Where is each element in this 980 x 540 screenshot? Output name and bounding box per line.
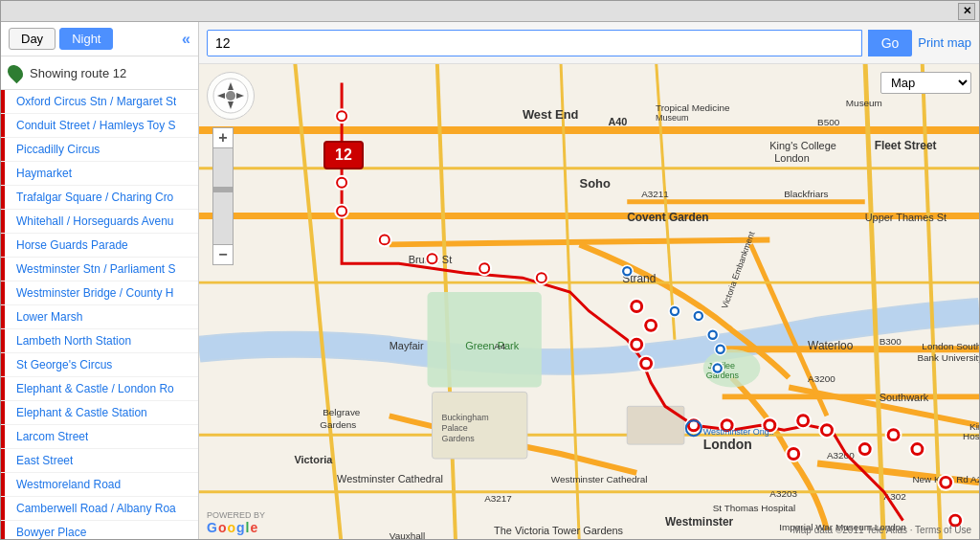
stop-bar bbox=[1, 425, 5, 448]
svg-text:Gardens: Gardens bbox=[441, 434, 475, 443]
stop-bar bbox=[1, 138, 5, 161]
stop-item[interactable]: Conduit Street / Hamleys Toy S bbox=[1, 114, 198, 138]
svg-text:Fleet Street: Fleet Street bbox=[875, 139, 937, 152]
stop-item[interactable]: Piccadilly Circus bbox=[1, 138, 198, 162]
svg-point-144 bbox=[226, 91, 235, 101]
stop-item[interactable]: Elephant & Castle Station bbox=[1, 401, 198, 425]
zoom-out-button[interactable]: − bbox=[212, 244, 234, 265]
svg-text:Westminster Cathedral: Westminster Cathedral bbox=[551, 474, 648, 484]
stop-item[interactable]: East Street bbox=[1, 449, 198, 473]
stop-name: Whitehall / Horseguards Avenu bbox=[9, 214, 174, 228]
svg-point-127 bbox=[696, 313, 702, 319]
stop-bar bbox=[1, 114, 5, 137]
stop-item[interactable]: Whitehall / Horseguards Avenu bbox=[1, 210, 198, 234]
app-container: ✕ Day Night « Showing route 12 Oxford Ci… bbox=[0, 0, 980, 540]
stop-name: Oxford Circus Stn / Margaret St bbox=[9, 95, 176, 108]
svg-text:Museum: Museum bbox=[846, 98, 882, 108]
stop-bar bbox=[1, 497, 5, 520]
svg-point-99 bbox=[642, 360, 650, 368]
svg-text:Green Park: Green Park bbox=[465, 340, 519, 351]
stop-name: Elephant & Castle / London Ro bbox=[9, 382, 174, 395]
stop-item[interactable]: Camberwell Road / Albany Roa bbox=[1, 497, 198, 521]
stop-name: Trafalgar Square / Charing Cro bbox=[9, 191, 173, 204]
google-logo: POWERED BY Google bbox=[207, 509, 265, 535]
svg-point-85 bbox=[381, 236, 389, 243]
svg-point-117 bbox=[913, 445, 921, 453]
map-svg: Green Park Jubilee Gardens Buckingham Pa… bbox=[199, 64, 979, 539]
stop-item[interactable]: Westminster Bridge / County H bbox=[1, 281, 198, 305]
stops-list[interactable]: Oxford Circus Stn / Margaret StConduit S… bbox=[1, 90, 198, 539]
stop-item[interactable]: Elephant & Castle / London Ro bbox=[1, 377, 198, 401]
stop-name: Conduit Street / Hamleys Toy S bbox=[9, 119, 176, 132]
collapse-button[interactable]: « bbox=[182, 31, 190, 48]
map-background: Green Park Jubilee Gardens Buckingham Pa… bbox=[199, 64, 979, 539]
stop-item[interactable]: Horse Guards Parade bbox=[1, 234, 198, 258]
svg-text:A4: A4 bbox=[494, 341, 506, 351]
svg-point-77 bbox=[338, 112, 345, 120]
stop-item[interactable]: St George's Circus bbox=[1, 353, 198, 377]
svg-point-119 bbox=[942, 479, 949, 486]
stop-bar bbox=[1, 401, 5, 424]
svg-text:West End: West End bbox=[523, 107, 579, 122]
svg-point-101 bbox=[690, 421, 698, 429]
stop-name: Elephant & Castle Station bbox=[9, 406, 147, 419]
main-area: Day Night « Showing route 12 Oxford Circ… bbox=[1, 22, 979, 539]
svg-text:Victoria: Victoria bbox=[294, 454, 333, 465]
svg-text:Westminster: Westminster bbox=[665, 515, 734, 529]
svg-text:A3200: A3200 bbox=[808, 373, 835, 384]
stop-bar bbox=[1, 305, 5, 328]
stop-bar bbox=[1, 473, 5, 496]
stop-name: Westminster Stn / Parliament S bbox=[9, 262, 176, 276]
svg-point-113 bbox=[861, 445, 869, 453]
stop-item[interactable]: Westminster Stn / Parliament S bbox=[1, 258, 198, 281]
stop-bar bbox=[1, 162, 5, 185]
svg-point-81 bbox=[338, 179, 345, 187]
zoom-slider[interactable] bbox=[212, 148, 234, 244]
stop-name: Horse Guards Parade bbox=[9, 238, 128, 252]
map-footer: Map data ©2011 Tele Atlas · Terms of Use bbox=[792, 525, 971, 535]
stop-item[interactable]: Larcom Street bbox=[1, 425, 198, 449]
stop-bar bbox=[1, 210, 5, 233]
svg-text:Blackfriars: Blackfriars bbox=[784, 189, 828, 199]
map-container[interactable]: Green Park Jubilee Gardens Buckingham Pa… bbox=[199, 64, 979, 539]
route-header: Showing route 12 bbox=[1, 56, 198, 90]
svg-text:London South: London South bbox=[922, 341, 979, 351]
map-type-selector[interactable]: Map Satellite Terrain bbox=[880, 72, 971, 94]
map-type-dropdown[interactable]: Map Satellite Terrain bbox=[880, 72, 971, 94]
stop-bar bbox=[1, 258, 5, 281]
close-button[interactable]: ✕ bbox=[958, 3, 975, 20]
svg-text:Belgrave: Belgrave bbox=[323, 407, 361, 417]
svg-text:Palace: Palace bbox=[441, 423, 467, 433]
stop-bar bbox=[1, 234, 5, 257]
svg-point-129 bbox=[710, 332, 716, 338]
print-map-link[interactable]: Print map bbox=[918, 35, 971, 50]
svg-text:B500: B500 bbox=[817, 117, 840, 127]
stop-bar bbox=[1, 449, 5, 472]
svg-point-87 bbox=[429, 255, 436, 262]
zoom-in-button[interactable]: + bbox=[212, 127, 234, 148]
night-tab[interactable]: Night bbox=[59, 28, 113, 50]
stop-item[interactable]: Westmoreland Road bbox=[1, 473, 198, 497]
svg-text:A3217: A3217 bbox=[484, 493, 512, 504]
stop-item[interactable]: Lower Marsh bbox=[1, 305, 198, 329]
route-title: Showing route 12 bbox=[30, 66, 126, 80]
svg-text:The Victoria Tower Gardens: The Victoria Tower Gardens bbox=[494, 526, 624, 537]
svg-text:Bank University: Bank University bbox=[917, 352, 979, 363]
stop-item[interactable]: Haymarket bbox=[1, 162, 198, 186]
route-search-input[interactable] bbox=[207, 30, 862, 56]
stop-item[interactable]: Bowyer Place bbox=[1, 521, 198, 539]
svg-text:Vauxhall: Vauxhall bbox=[390, 530, 425, 539]
stop-item[interactable]: Lambeth North Station bbox=[1, 329, 198, 353]
route-badge: 12 bbox=[323, 141, 364, 169]
stop-name: Westmoreland Road bbox=[9, 478, 121, 491]
svg-text:Westminster Orig..: Westminster Orig.. bbox=[703, 427, 774, 437]
day-tab[interactable]: Day bbox=[9, 28, 56, 50]
svg-text:Buckingham: Buckingham bbox=[441, 413, 488, 422]
map-navigation-control[interactable] bbox=[207, 72, 255, 120]
svg-text:A3211: A3211 bbox=[641, 189, 669, 199]
svg-point-107 bbox=[799, 416, 807, 424]
go-button[interactable]: Go bbox=[868, 30, 913, 56]
stop-bar bbox=[1, 353, 5, 376]
stop-item[interactable]: Oxford Circus Stn / Margaret St bbox=[1, 90, 198, 114]
stop-item[interactable]: Trafalgar Square / Charing Cro bbox=[1, 186, 198, 210]
